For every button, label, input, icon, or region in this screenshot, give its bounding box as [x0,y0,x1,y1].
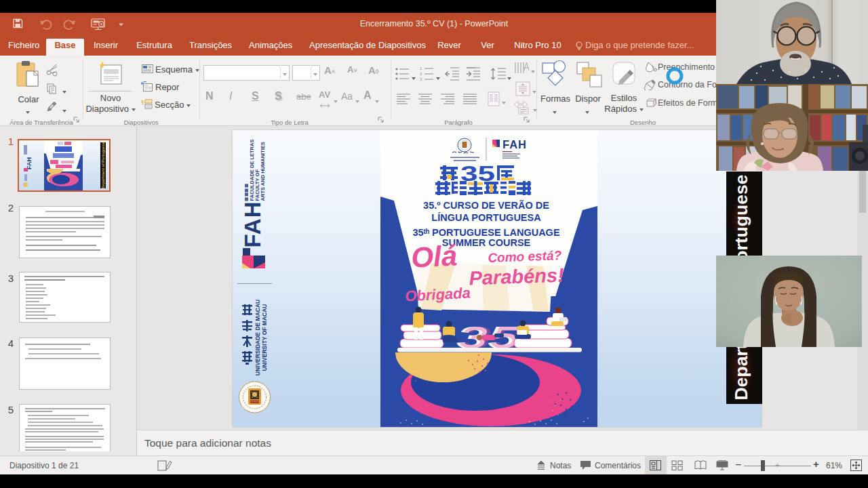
svg-text:3: 3 [420,77,422,81]
svg-text:Como está?: Como está? [488,248,562,265]
svg-text:Olá: Olá [410,239,458,273]
svg-text:FAH: FAH [502,138,527,150]
svg-text:35.º CURSO DE VERÃO DE: 35.º CURSO DE VERÃO DE [423,199,549,211]
svg-text:Obrigada: Obrigada [405,285,471,305]
svg-text:2: 2 [420,72,422,76]
svg-text:Parabéns!: Parabéns! [469,264,565,289]
svg-text:35ᵗʰ PORTUGUESE LANGUAGE: 35ᵗʰ PORTUGUESE LANGUAGE [412,227,559,238]
svg-text:1: 1 [420,66,422,70]
svg-text:LÍNGUA PORTUGUESA: LÍNGUA PORTUGUESA [431,212,541,223]
